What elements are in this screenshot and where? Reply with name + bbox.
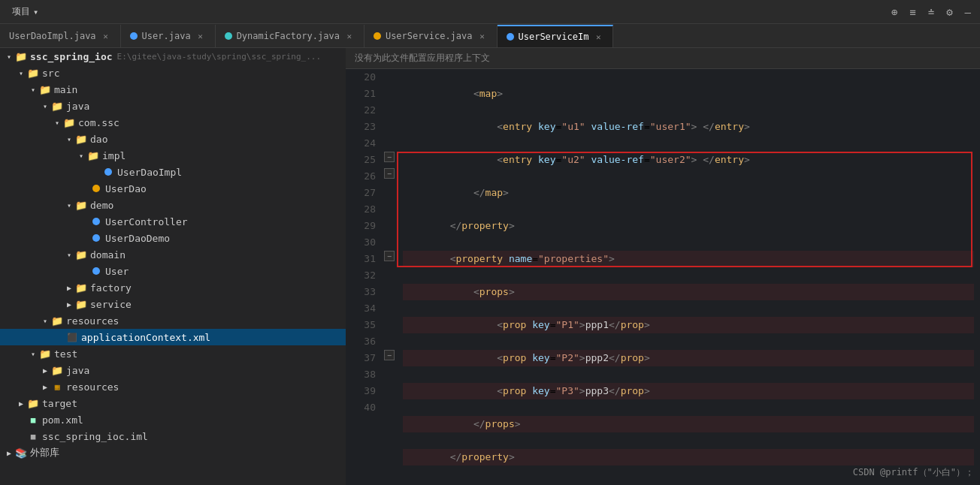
code-line-21: <entry key="u1" value-ref="user1"> </ent… (403, 119, 974, 135)
folder-icon: 📁 (63, 116, 75, 128)
tree-resources[interactable]: ▾ 📁 resources (0, 312, 346, 329)
folder-icon: 📁 (75, 282, 87, 294)
arrow-icon: ▾ (15, 67, 27, 79)
code-content[interactable]: <map> <entry key="u1" value-ref="user1">… (397, 69, 980, 485)
folder-icon: 📁 (75, 199, 87, 211)
tree-demo[interactable]: ▾ 📁 demo (0, 197, 346, 213)
tab-userdaoimpl[interactable]: UserDaoImpl.java ✕ (0, 25, 121, 47)
arrow-icon: ▾ (63, 133, 75, 145)
tree-test-java[interactable]: ▶ 📁 java (0, 362, 346, 378)
tree-label: dao (90, 134, 107, 145)
code-line-22: <entry key="u2" value-ref="user2"> </ent… (403, 152, 974, 168)
tab-close[interactable]: ✕ (344, 31, 355, 41)
tree-label: pom.xml (42, 414, 83, 426)
tree-service[interactable]: ▶ 📁 service (0, 296, 346, 312)
tree-iml[interactable]: ■ ssc_spring_ioc.iml (0, 428, 346, 444)
file-icon (90, 265, 102, 277)
arrow-icon: ▶ (39, 381, 51, 393)
tree-pom[interactable]: ■ pom.xml (0, 411, 346, 428)
tree-external-libs[interactable]: ▶ 📚 外部库 (0, 444, 346, 461)
tree-dao[interactable]: ▾ 📁 dao (0, 131, 346, 147)
spacer (54, 331, 66, 343)
spacer (78, 215, 90, 227)
lib-icon: 📚 (15, 447, 27, 459)
project-label: 项目 (12, 5, 30, 18)
gear-icon[interactable]: ⚙ (943, 5, 955, 20)
xml-file-icon: ⬛ (66, 331, 78, 343)
tab-label: UserService.java (386, 31, 473, 41)
resources-folder-icon: 📁 (51, 315, 63, 327)
fold-icon-33[interactable]: − (384, 251, 395, 261)
add-icon[interactable]: ⊕ (888, 5, 900, 20)
java-folder-icon: 📁 (51, 100, 63, 112)
tab-label: UserDaoImpl.java (9, 31, 96, 41)
code-line-20: <map> (403, 86, 974, 102)
tree-applicationcontext[interactable]: ⬛ applicationContext.xml (0, 329, 346, 345)
tree-main[interactable]: ▾ 📁 main (0, 81, 346, 98)
tab-user[interactable]: User.java ✕ (121, 25, 216, 47)
java-folder-icon: 📁 (51, 364, 63, 376)
tree-userdao[interactable]: UserDao (0, 180, 346, 197)
tree-target[interactable]: ▶ 📁 target (0, 395, 346, 411)
fold-icon-25[interactable]: − (384, 152, 395, 162)
tree-root[interactable]: ▾ 📁 ssc_spring_ioc E:\gitee\java-study\s… (0, 48, 346, 65)
tab-dot (374, 32, 381, 40)
settings-icon2[interactable]: ≐ (925, 5, 937, 20)
tree-label: UserDaoImpl (117, 167, 182, 178)
arrow-icon: ▾ (39, 315, 51, 327)
tree-label: applicationContext.xml (81, 332, 210, 343)
tree-label: User (105, 266, 129, 277)
tab-userserviceimpl[interactable]: UserServiceIm ✕ (498, 25, 614, 47)
tree-impl[interactable]: ▾ 📁 impl (0, 147, 346, 164)
tab-label: UserServiceIm (519, 32, 589, 42)
tree-label: src (42, 68, 59, 79)
arrow-icon: ▶ (3, 447, 15, 459)
fold-icon-26[interactable]: − (384, 168, 395, 179)
project-menu[interactable]: 项目 ▾ (6, 5, 44, 18)
line-numbers: 20 21 22 23 24 25 26 27 28 29 30 31 32 3… (346, 69, 382, 485)
tab-label: User.java (142, 31, 191, 41)
info-text: 没有为此文件配置应用程序上下文 (355, 52, 490, 65)
tree-src[interactable]: ▾ 📁 src (0, 65, 346, 81)
tree-usercontroller[interactable]: UserController (0, 213, 346, 230)
tree-label: factory (90, 282, 132, 294)
code-area[interactable]: 20 21 22 23 24 25 26 27 28 29 30 31 32 3… (346, 69, 980, 485)
tab-close[interactable]: ✕ (195, 31, 206, 41)
tree-factory[interactable]: ▶ 📁 factory (0, 279, 346, 296)
fold-icon-37[interactable]: − (384, 350, 395, 360)
tree-domain[interactable]: ▾ 📁 domain (0, 246, 346, 263)
tree-comssc[interactable]: ▾ 📁 com.ssc (0, 114, 346, 131)
tree-test-resources[interactable]: ▶ ▦ resources (0, 378, 346, 395)
tabs-bar: UserDaoImpl.java ✕ User.java ✕ DynamicFa… (0, 24, 980, 48)
spacer (78, 265, 90, 277)
chevron-down-icon: ▾ (33, 7, 38, 17)
tab-userservice[interactable]: UserService.java ✕ (364, 25, 498, 47)
file-icon (102, 166, 114, 178)
arrow-icon: ▶ (63, 298, 75, 310)
list-icon[interactable]: ≡ (906, 5, 918, 20)
tab-close[interactable]: ✕ (477, 31, 488, 41)
tab-dot (130, 32, 138, 40)
tree-label: service (90, 299, 132, 310)
tab-close[interactable]: ✕ (593, 32, 603, 42)
arrow-icon: ▾ (51, 116, 63, 128)
spacer (15, 414, 27, 426)
tree-test[interactable]: ▾ 📁 test (0, 345, 346, 362)
tree-userdaodemo[interactable]: UserDaoDemo (0, 230, 346, 246)
tree-label: com.ssc (78, 117, 119, 128)
tab-close[interactable]: ✕ (101, 31, 111, 41)
tree-userdaoimpl[interactable]: UserDaoImpl (0, 164, 346, 180)
code-line-32 (403, 482, 974, 485)
code-line-26: <props> (403, 284, 974, 300)
tree-java[interactable]: ▾ 📁 java (0, 98, 346, 114)
arrow-icon: ▶ (63, 282, 75, 294)
arrow-icon: ▾ (63, 199, 75, 211)
tree-label: UserDao (105, 183, 147, 194)
target-folder-icon: 📁 (27, 397, 39, 409)
toolbar-icons: ⊕ ≡ ≐ ⚙ — (888, 5, 974, 20)
iml-file-icon: ■ (27, 430, 39, 442)
minimize-icon[interactable]: — (962, 5, 974, 20)
tab-dynamicfactory[interactable]: DynamicFactory.java ✕ (216, 25, 364, 47)
tree-user[interactable]: User (0, 263, 346, 279)
code-line-29: <prop key="P3">ppp3</prop> (403, 383, 974, 399)
